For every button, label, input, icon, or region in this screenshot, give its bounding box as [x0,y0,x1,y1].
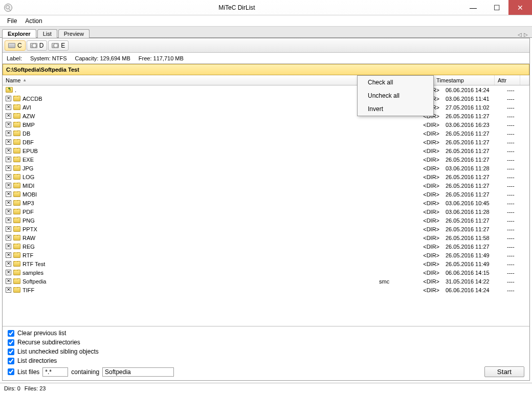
row-timestamp: 26.05.2016 11:58 [442,235,504,241]
folder-row[interactable]: ✕samples<DIR>06.06.2016 14:15---- [3,268,529,277]
folder-row[interactable]: ✕JPG<DIR>03.06.2016 11:28---- [3,164,529,172]
opt-list-dirs[interactable]: List directories [8,357,524,364]
row-size: <DIR> [407,278,442,285]
opt-list-files[interactable]: List files [8,368,39,376]
column-timestamp[interactable]: Timestamp [433,75,495,85]
row-checkbox[interactable]: ✕ [6,165,11,171]
start-button[interactable]: Start [484,366,524,377]
folder-row[interactable]: ✕RTF<DIR>26.05.2016 11:49---- [3,251,529,259]
context-invert[interactable]: Invert [358,102,433,116]
parent-dir-row[interactable]: .<DIR>06.06.2016 14:24---- [3,85,529,94]
tab-scroll-right-icon[interactable]: ▷ [524,32,528,37]
info-label: Label: [7,55,22,61]
row-checkbox[interactable]: ✕ [6,261,11,267]
folder-row[interactable]: ✕LOG<DIR>26.05.2016 11:27---- [3,172,529,181]
opt-clear-previous-checkbox[interactable] [8,330,14,337]
row-checkbox[interactable]: ✕ [6,148,11,154]
folder-row[interactable]: ✕DB<DIR>26.05.2016 11:27---- [3,129,529,138]
list-body[interactable]: .<DIR>06.06.2016 14:24----✕ACCDB<DIR>03.… [3,85,529,326]
context-check-all[interactable]: Check all [358,76,433,89]
row-checkbox[interactable]: ✕ [6,235,11,241]
row-checkbox[interactable]: ✕ [6,104,11,110]
file-mask-input[interactable] [42,367,68,377]
row-checkbox[interactable]: ✕ [6,217,11,223]
row-checkbox[interactable]: ✕ [6,252,11,258]
folder-row[interactable]: ✕ACCDB<DIR>03.06.2016 11:41---- [3,94,529,103]
row-checkbox[interactable]: ✕ [6,113,11,119]
menu-action[interactable]: Action [21,16,46,26]
row-size: <DIR> [407,270,442,276]
info-system: System: NTFS [30,55,67,61]
row-checkbox[interactable]: ✕ [6,244,11,249]
opt-list-files-checkbox[interactable] [8,368,14,375]
opt-list-unchecked[interactable]: List unchecked sibling objects [8,348,524,355]
maximize-button[interactable]: ☐ [485,0,508,15]
tab-scroll-left-icon[interactable]: ◁ [518,32,522,37]
folder-row[interactable]: ✕Softpediasmc<DIR>31.05.2016 14:22---- [3,277,529,286]
row-name: EPUB [23,148,38,154]
column-attr[interactable]: Attr [495,75,520,85]
row-checkbox[interactable]: ✕ [6,191,11,197]
folder-row[interactable]: ✕DBF<DIR>26.05.2016 11:27---- [3,138,529,146]
row-checkbox[interactable]: ✕ [6,130,11,136]
column-name[interactable]: Name▲ [3,75,367,85]
opt-list-unchecked-checkbox[interactable] [8,348,14,355]
folder-icon [13,157,20,162]
row-name: RAW [23,235,35,241]
folder-row[interactable]: ✕RAW<DIR>26.05.2016 11:58---- [3,233,529,242]
menu-file[interactable]: File [3,16,21,26]
tab-list[interactable]: List [37,29,57,38]
opt-list-dirs-checkbox[interactable] [8,358,14,364]
row-checkbox[interactable]: ✕ [6,200,11,206]
folder-row[interactable]: ✕MOBI<DIR>26.05.2016 11:27---- [3,190,529,199]
drive-d-button[interactable]: D [27,40,48,51]
folder-icon [13,174,20,180]
row-checkbox[interactable]: ✕ [6,139,11,145]
folder-row[interactable]: ✕MIDI<DIR>26.05.2016 11:27---- [3,181,529,190]
row-checkbox[interactable]: ✕ [6,270,11,275]
row-checkbox[interactable]: ✕ [6,122,11,127]
context-uncheck-all[interactable]: Uncheck all [358,89,433,102]
folder-row[interactable]: ✕MP3<DIR>03.06.2016 10:45---- [3,199,529,207]
row-size: <DIR> [407,226,442,232]
row-size: <DIR> [407,244,442,250]
row-attr: ---- [504,130,529,137]
row-checkbox[interactable]: ✕ [6,183,11,188]
folder-row[interactable]: ✕PDF<DIR>03.06.2016 11:28---- [3,207,529,216]
folder-icon [13,270,20,275]
folder-row[interactable]: ✕EXE<DIR>26.05.2016 11:27---- [3,155,529,164]
folder-icon [13,96,20,101]
folder-row[interactable]: ✕TIFF<DIR>06.06.2016 14:24---- [3,286,529,294]
folder-row[interactable]: ✕AZW<DIR>26.05.2016 11:27---- [3,112,529,120]
row-name: AVI [23,104,31,111]
row-checkbox[interactable]: ✕ [6,278,11,284]
drive-c-button[interactable]: C [5,40,26,51]
folder-row[interactable]: ✕AVI<DIR>27.05.2016 11:02---- [3,103,529,112]
folder-row[interactable]: ✕BMP<DIR>03.06.2016 16:23---- [3,120,529,129]
opt-recurse-checkbox[interactable] [8,339,14,346]
row-checkbox[interactable]: ✕ [6,174,11,180]
folder-row[interactable]: ✕PPTX<DIR>26.05.2016 11:27---- [3,225,529,233]
tab-preview[interactable]: Preview [58,29,90,38]
close-button[interactable]: ✕ [508,0,532,15]
folder-row[interactable]: ✕RTF Test<DIR>26.05.2016 11:49---- [3,259,529,268]
minimize-button[interactable]: — [461,0,485,15]
folder-row[interactable]: ✕EPUB<DIR>26.05.2016 11:27---- [3,146,529,155]
drive-e-button[interactable]: E [48,40,69,51]
opt-clear-previous[interactable]: Clear previous list [8,330,524,337]
row-attr: ---- [504,122,529,128]
row-checkbox[interactable]: ✕ [6,96,11,101]
row-size: <DIR> [407,287,442,293]
folder-row[interactable]: ✕PNG<DIR>26.05.2016 11:27---- [3,216,529,225]
row-timestamp: 03.06.2016 10:45 [442,200,504,206]
row-checkbox[interactable]: ✕ [6,226,11,232]
opt-recurse[interactable]: Recurse subdirectories [8,339,524,346]
tab-explorer[interactable]: Explorer [2,29,36,38]
folder-row[interactable]: ✕REG<DIR>26.05.2016 11:27---- [3,242,529,251]
path-bar[interactable]: C:\Softpedia\Softpedia Test [3,64,529,75]
row-checkbox[interactable]: ✕ [6,209,11,214]
row-checkbox[interactable]: ✕ [6,287,11,293]
containing-input[interactable] [102,367,174,377]
options-panel: Clear previous list Recurse subdirectori… [3,326,529,380]
row-checkbox[interactable]: ✕ [6,157,11,162]
